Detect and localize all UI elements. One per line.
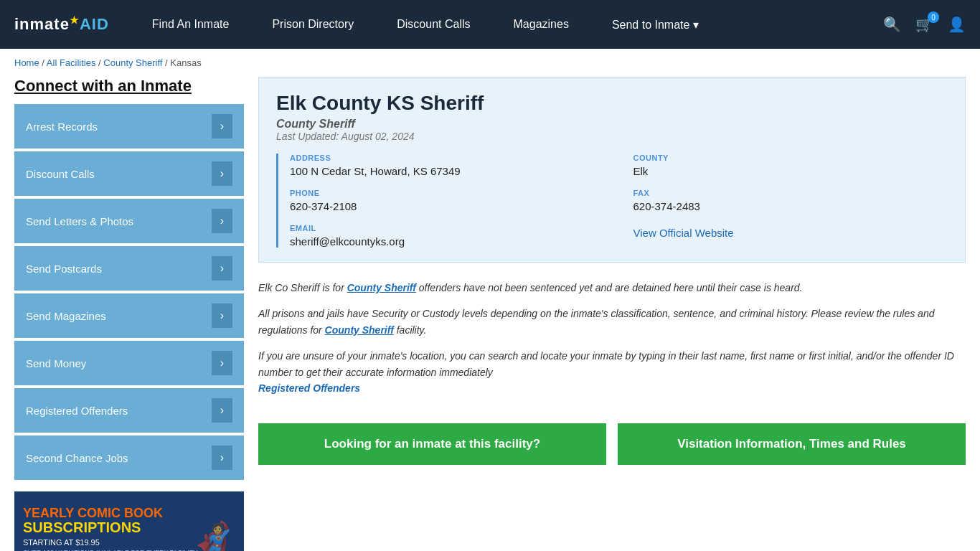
visitation-information-button[interactable]: Visitation Information, Times and Rules <box>618 423 966 465</box>
nav-discount-calls[interactable]: Discount Calls <box>375 18 491 31</box>
breadcrumb-county-sheriff[interactable]: County Sheriff <box>103 57 162 68</box>
website-block: View Official Website <box>633 224 948 248</box>
breadcrumb-state: Kansas <box>170 57 201 68</box>
looking-for-inmate-button[interactable]: Looking for an inmate at this facility? <box>258 423 606 465</box>
sidebar-item-send-money[interactable]: Send Money › <box>14 341 244 385</box>
county-sheriff-link2[interactable]: County Sheriff <box>325 324 394 336</box>
ad-hero-icon: 🦸 <box>187 519 240 551</box>
nav-magazines[interactable]: Magazines <box>492 18 590 31</box>
facility-updated: Last Updated: August 02, 2024 <box>276 131 948 142</box>
sidebar-item-arrest-records[interactable]: Arrest Records › <box>14 104 244 149</box>
cart-icon[interactable]: 🛒 0 <box>915 16 933 33</box>
email-label: EMAIL <box>290 224 605 232</box>
facility-type: County Sheriff <box>276 118 948 131</box>
chevron-right-icon: › <box>212 114 232 138</box>
chevron-right-icon: › <box>212 303 232 328</box>
sidebar-item-send-postcards[interactable]: Send Postcards › <box>14 246 244 291</box>
county-block: COUNTY Elk <box>633 154 948 177</box>
main-content: Connect with an Inmate Arrest Records › … <box>0 77 980 551</box>
county-label: COUNTY <box>633 154 948 162</box>
sidebar-item-send-letters[interactable]: Send Letters & Photos › <box>14 199 244 243</box>
nav-prison-directory[interactable]: Prison Directory <box>250 18 375 31</box>
breadcrumb-all-facilities[interactable]: All Facilities <box>47 57 96 68</box>
description-para3: If you are unsure of your inmate's locat… <box>258 348 966 396</box>
breadcrumb-home[interactable]: Home <box>14 57 39 68</box>
info-grid: ADDRESS 100 N Cedar St, Howard, KS 67349… <box>290 154 948 248</box>
facility-info-divider: ADDRESS 100 N Cedar St, Howard, KS 67349… <box>276 154 948 248</box>
description-para2: All prisons and jails have Security or C… <box>258 306 966 338</box>
phone-block: PHONE 620-374-2108 <box>290 189 605 212</box>
chevron-right-icon: › <box>212 256 232 281</box>
view-official-website-link[interactable]: View Official Website <box>633 227 734 239</box>
description-para1: Elk Co Sheriff is for County Sheriff off… <box>258 280 966 296</box>
chevron-right-icon: › <box>212 351 232 375</box>
sidebar-item-send-magazines[interactable]: Send Magazines › <box>14 293 244 338</box>
main-nav: Find An Inmate Prison Directory Discount… <box>131 18 883 32</box>
phone-value: 620-374-2108 <box>290 200 605 212</box>
address-block: ADDRESS 100 N Cedar St, Howard, KS 67349 <box>290 154 605 177</box>
phone-label: PHONE <box>290 189 605 197</box>
description-area: Elk Co Sheriff is for County Sheriff off… <box>258 277 966 409</box>
sidebar-menu: Arrest Records › Discount Calls › Send L… <box>14 104 244 480</box>
user-icon[interactable]: 👤 <box>948 16 966 33</box>
county-value: Elk <box>633 165 948 177</box>
logo[interactable]: inmate★AID <box>14 14 109 34</box>
facility-card: Elk County KS Sheriff County Sheriff Las… <box>258 77 966 263</box>
site-header: inmate★AID Find An Inmate Prison Directo… <box>0 0 980 49</box>
county-sheriff-link1[interactable]: County Sheriff <box>347 282 416 293</box>
chevron-right-icon: › <box>212 398 232 423</box>
address-value: 100 N Cedar St, Howard, KS 67349 <box>290 165 605 177</box>
fax-label: FAX <box>633 189 948 197</box>
cta-buttons: Looking for an inmate at this facility? … <box>258 423 966 465</box>
facility-name: Elk County KS Sheriff <box>276 92 948 115</box>
chevron-right-icon: › <box>212 446 232 470</box>
sidebar-title: Connect with an Inmate <box>14 77 244 95</box>
fax-block: FAX 620-374-2483 <box>633 189 948 212</box>
header-icons: 🔍 🛒 0 👤 <box>883 16 966 33</box>
search-icon[interactable]: 🔍 <box>883 16 901 33</box>
address-label: ADDRESS <box>290 154 605 162</box>
sidebar-item-discount-calls[interactable]: Discount Calls › <box>14 151 244 196</box>
breadcrumb: Home / All Facilities / County Sheriff /… <box>0 49 980 77</box>
sidebar-ad[interactable]: YEARLY COMIC BOOK SUBSCRIPTIONS STARTING… <box>14 491 244 551</box>
email-value: sheriff@elkcountyks.org <box>290 235 605 248</box>
sidebar-item-second-chance-jobs[interactable]: Second Chance Jobs › <box>14 435 244 480</box>
nav-send-to-inmate[interactable]: Send to Inmate ▾ <box>590 18 720 32</box>
cart-badge: 0 <box>928 11 939 23</box>
chevron-right-icon: › <box>212 209 232 233</box>
chevron-right-icon: › <box>212 161 232 186</box>
detail-panel: Elk County KS Sheriff County Sheriff Las… <box>258 77 966 551</box>
sidebar: Connect with an Inmate Arrest Records › … <box>14 77 244 551</box>
nav-find-inmate[interactable]: Find An Inmate <box>131 18 251 31</box>
registered-offenders-link[interactable]: Registered Offenders <box>258 382 360 394</box>
email-block: EMAIL sheriff@elkcountyks.org <box>290 224 605 248</box>
sidebar-item-registered-offenders[interactable]: Registered Offenders › <box>14 388 244 433</box>
ad-title1: YEARLY COMIC BOOK <box>23 507 235 519</box>
fax-value: 620-374-2483 <box>633 200 948 212</box>
